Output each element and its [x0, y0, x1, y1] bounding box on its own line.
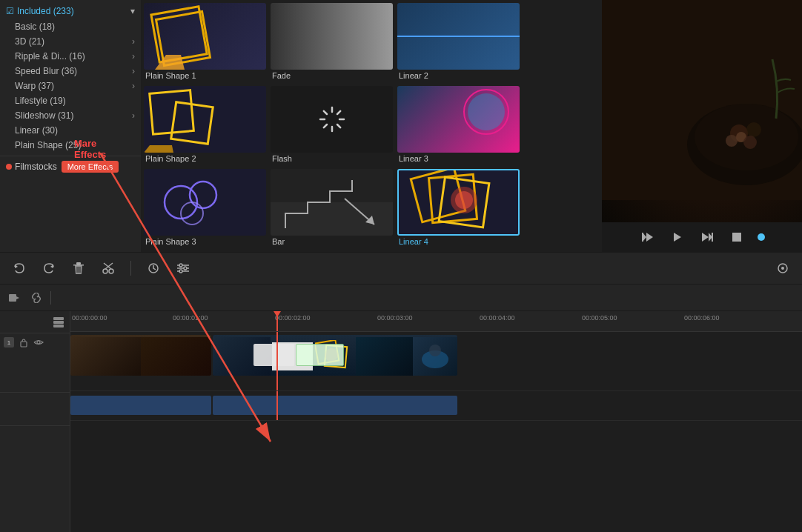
sidebar-item-ripple[interactable]: Ripple & Di... (16) › [0, 49, 141, 64]
audio-clip-plating[interactable] [70, 396, 211, 415]
video-clip-travel[interactable]: Travel_05 [213, 335, 457, 376]
effect-thumb-plain-shape-1 [144, 3, 266, 70]
skip-back-icon [642, 231, 654, 243]
sidebar-item-label: Slideshow (31) [15, 110, 73, 121]
effect-label-flash: Flash [271, 153, 393, 164]
sidebar-item-linear[interactable]: Linear (30) [0, 123, 141, 138]
effect-label-plain-shape-3: Plain Shape 3 [144, 236, 266, 247]
effect-label-linear-2: Linear 2 [397, 70, 520, 82]
sidebar-item-lifestyle[interactable]: Lifestyle (19) [0, 93, 141, 108]
ruler-mark-6: 00:00:06:00 [684, 311, 720, 322]
effect-item-plain-shape-2[interactable]: Plain Shape 2 [144, 86, 266, 164]
track-number-icon: 1 [3, 336, 15, 348]
play-icon [672, 231, 683, 243]
ruler-label-6: 00:00:06:00 [684, 314, 720, 322]
travel-thumb-2 [356, 337, 414, 376]
layer-icon [53, 317, 64, 327]
sidebar-item-speedblur[interactable]: Speed Blur (36) › [0, 64, 141, 79]
effect-item-bar[interactable]: Bar [271, 169, 393, 247]
effect-item-flash[interactable]: @keyframes spin { from { transform: rota… [271, 86, 393, 164]
settings-button[interactable] [173, 258, 193, 279]
audio-clip-travel[interactable] [213, 396, 457, 415]
ruler-mark-1: 00:00:01:00 [173, 311, 208, 322]
sidebar-item-plainshape[interactable]: Plain Shape (25) [0, 138, 141, 153]
video-clip-plating[interactable]: Plating_Food [70, 335, 211, 376]
skip-forward-button[interactable] [698, 228, 716, 246]
ruler-label-4: 00:00:04:00 [480, 314, 515, 322]
effect-thumb-plain-shape-2 [144, 86, 266, 153]
more-effects-button[interactable]: More Effects [62, 161, 119, 173]
sidebar-item-3d[interactable]: 3D (21) › [0, 34, 141, 49]
effect-label-linear-3: Linear 3 [397, 153, 520, 164]
effect-item-plain-shape-3[interactable]: Plain Shape 3 [144, 169, 266, 247]
lock-button[interactable] [18, 336, 30, 348]
svg-marker-50 [15, 265, 18, 268]
svg-point-41 [743, 136, 757, 149]
svg-point-57 [103, 269, 107, 273]
filmstocks-label: Filmstocks [15, 162, 57, 172]
sidebar-item-basic[interactable]: Basic (18) [0, 19, 141, 34]
link-icon [31, 293, 42, 303]
sidebar-item-label: Linear (30) [15, 125, 58, 136]
effect-item-fade[interactable]: Fade [271, 3, 393, 82]
ruler-label-3: 00:00:03:00 [377, 314, 413, 322]
link-button[interactable] [28, 290, 44, 306]
sidebar-item-label: Plain Shape (25) [15, 140, 81, 150]
effect-bar-green[interactable] [296, 344, 344, 366]
top-panel: ☑ Included (233) ▾ Basic (18) 3D (21) › … [0, 0, 802, 252]
effect-item-linear-4[interactable]: Linear 4 [397, 169, 520, 247]
effect-item-plain-shape-1[interactable]: Plain Shape 1 [144, 3, 266, 82]
preview-panel [602, 0, 802, 252]
linear-4-svg [397, 169, 520, 236]
sidebar-included[interactable]: ☑ Included (233) ▾ [0, 3, 141, 19]
ruler-mark-5: 00:00:05:00 [582, 311, 617, 322]
chevron-right-icon: › [132, 110, 135, 121]
track-row-video: Plating_Food Travel_05 [70, 332, 802, 391]
timeline-header [0, 285, 802, 311]
track-layer-button[interactable] [52, 316, 65, 329]
play-button[interactable] [669, 228, 686, 246]
main-wrapper: ☑ Included (233) ▾ Basic (18) 3D (21) › … [0, 0, 802, 532]
visibility-button[interactable] [33, 336, 44, 348]
header-separator [50, 291, 51, 305]
plain-shape-3-svg [144, 169, 266, 236]
track-label-video: 1 [0, 333, 70, 393]
svg-point-65 [179, 264, 182, 267]
cut-button[interactable] [98, 258, 119, 279]
svg-rect-43 [642, 233, 643, 242]
ruler-playhead [276, 311, 278, 331]
delete-button[interactable] [68, 258, 89, 279]
svg-point-69 [781, 267, 784, 270]
effect-bar-white[interactable] [253, 344, 294, 366]
sidebar-item-slideshow[interactable]: Slideshow (31) › [0, 108, 141, 123]
effect-label-plain-shape-2: Plain Shape 2 [144, 153, 266, 164]
svg-line-59 [105, 263, 113, 269]
effect-item-linear-3[interactable]: Linear 3 [397, 86, 520, 164]
skip-back-button[interactable] [639, 228, 657, 246]
effect-thumb-linear-2 [397, 3, 520, 70]
history-button[interactable] [143, 258, 164, 279]
plain-shape-1-svg [144, 3, 266, 70]
add-media-button[interactable] [6, 290, 22, 306]
eye-icon [33, 339, 44, 346]
more-settings-icon [777, 262, 789, 274]
plain-shape-2-svg [144, 86, 266, 153]
stop-button[interactable] [728, 228, 746, 246]
sidebar-item-warp[interactable]: Warp (37) › [0, 79, 141, 93]
undo-icon [13, 262, 25, 274]
preview-food-svg [602, 0, 802, 200]
svg-rect-72 [53, 317, 64, 320]
undo-button[interactable] [9, 258, 30, 279]
effect-thumb-bar [271, 169, 393, 236]
redo-button[interactable] [39, 258, 59, 279]
effect-item-linear-2[interactable]: Linear 2 [397, 3, 520, 82]
sidebar-item-label: Ripple & Di... (16) [15, 51, 85, 61]
chevron-down-icon: ▾ [130, 6, 135, 16]
svg-point-58 [109, 269, 113, 273]
timeline-controls-row [0, 311, 70, 333]
progress-indicator[interactable] [758, 233, 765, 241]
sidebar-item-label: 3D (21) [15, 36, 44, 47]
more-settings-button[interactable] [772, 258, 793, 279]
svg-text:1: 1 [7, 339, 11, 346]
effect-thumb-linear-3 [397, 86, 520, 153]
